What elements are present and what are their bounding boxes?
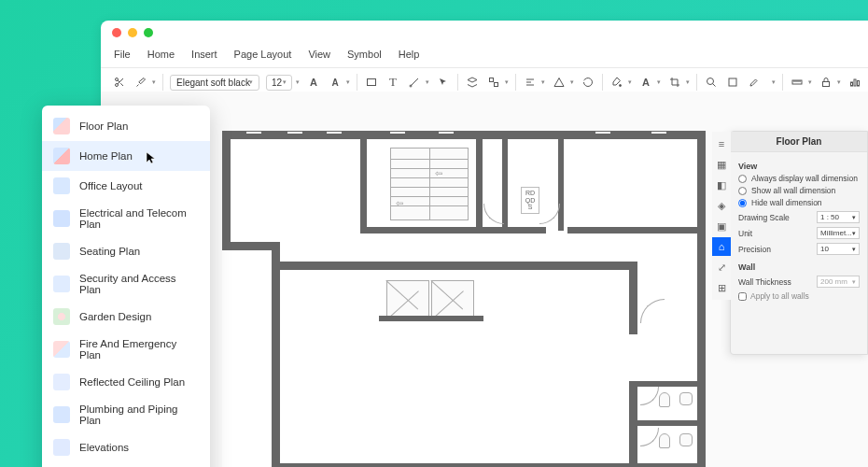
chevron-down-icon[interactable]: ▾ (657, 78, 661, 86)
wall-thickness-select[interactable]: 200 mm▾ (817, 276, 860, 288)
checkbox-input[interactable] (738, 292, 747, 301)
menu-bar: File Home Insert Page Layout View Symbol… (101, 45, 868, 67)
close-window-button[interactable] (112, 28, 121, 37)
font-family-value: Elegant soft black (176, 78, 250, 88)
chevron-down-icon[interactable]: ▾ (541, 78, 545, 86)
rail-tab-page-icon[interactable]: ▣ (712, 217, 731, 235)
opt-show-all[interactable]: Show all wall dimension (738, 186, 860, 195)
svg-rect-8 (490, 78, 494, 82)
svg-point-1 (116, 84, 119, 87)
fill-color-icon[interactable] (609, 75, 624, 90)
menu-help[interactable]: Help (399, 49, 420, 60)
chevron-down-icon[interactable]: ▾ (346, 78, 350, 86)
plan-type-item-home-plan[interactable]: Home Plan (42, 141, 210, 171)
menu-home[interactable]: Home (147, 49, 175, 60)
opt-hide[interactable]: Hide wall dimension (738, 198, 860, 207)
menu-symbol[interactable]: Symbol (347, 49, 382, 60)
rail-tab-shapes-icon[interactable]: ◧ (712, 176, 731, 194)
precision-select[interactable]: 10▾ (817, 243, 860, 255)
minimize-window-button[interactable] (128, 28, 137, 37)
chart-icon[interactable] (847, 75, 862, 90)
plan-icon (53, 406, 70, 423)
chevron-down-icon[interactable]: ▾ (426, 78, 429, 86)
unit-select[interactable]: Millimet...▾ (817, 227, 860, 239)
rect-tool-icon[interactable] (364, 75, 379, 90)
menu-page-layout[interactable]: Page Layout (234, 49, 292, 60)
plan-type-item-fire-emergency[interactable]: Fire And Emergency Plan (42, 332, 210, 367)
radio-input[interactable] (738, 175, 747, 183)
text-tool-icon[interactable]: T (385, 75, 400, 90)
properties-panel: ≡ ▦ ◧ ◈ ▣ ⌂ ⤢ ⊞ Floor Plan View Always d… (730, 131, 868, 355)
fit-page-icon[interactable] (725, 75, 740, 90)
plan-type-label: Elevations (79, 442, 129, 453)
svg-rect-23 (851, 82, 853, 86)
plan-type-label: Electrical and Telecom Plan (79, 207, 199, 230)
plan-type-item-reflected-ceiling[interactable]: Reflected Ceiling Plan (42, 367, 210, 397)
chevron-down-icon[interactable]: ▾ (628, 78, 632, 86)
font-family-select[interactable]: Elegant soft black ▾ (170, 75, 259, 91)
rail-tab-fullscreen-icon[interactable]: ⤢ (712, 258, 731, 276)
svg-line-3 (120, 83, 123, 86)
rail-tab-menu-icon[interactable]: ≡ (712, 134, 731, 153)
plan-type-item-floor-plan[interactable]: Floor Plan (42, 111, 210, 141)
crop-icon[interactable] (667, 75, 682, 90)
drawing-scale-select[interactable]: 1 : 50▾ (817, 211, 860, 223)
menu-view[interactable]: View (308, 49, 330, 60)
plan-type-item-seating-plan[interactable]: Seating Plan (42, 236, 210, 266)
rail-tab-layers-icon[interactable]: ◈ (712, 196, 731, 215)
zoom-icon[interactable] (704, 75, 719, 90)
chevron-down-icon: ▾ (249, 78, 253, 86)
chevron-down-icon[interactable]: ▾ (152, 78, 156, 86)
increase-font-icon[interactable]: A (306, 75, 321, 90)
rail-tab-floorplan-icon[interactable]: ⌂ (712, 237, 731, 256)
menu-file[interactable]: File (114, 49, 131, 60)
radio-input[interactable] (738, 187, 747, 195)
cursor-pointer-icon (146, 151, 157, 167)
chevron-down-icon[interactable]: ▾ (570, 78, 574, 86)
plan-type-item-plumbing-piping[interactable]: Plumbing and Piping Plan (42, 397, 210, 432)
svg-rect-24 (854, 79, 856, 86)
highlight-icon[interactable] (747, 75, 762, 90)
cut-icon[interactable] (112, 75, 127, 90)
pointer-tool-icon[interactable] (436, 75, 451, 90)
lock-icon[interactable] (819, 75, 833, 90)
chevron-down-icon[interactable]: ▾ (296, 78, 300, 86)
font-size-select[interactable]: 12 ▾ (266, 75, 292, 91)
plan-type-item-garden-design[interactable]: Garden Design (42, 302, 210, 332)
connector-tool-icon[interactable] (407, 75, 422, 90)
layers-icon[interactable] (465, 75, 480, 90)
decrease-font-icon[interactable]: A (328, 75, 343, 90)
floor-plan-drawing[interactable]: ⇦ ⇦ RD QD S (222, 131, 706, 467)
svg-rect-9 (495, 83, 498, 87)
align-icon[interactable] (523, 75, 538, 90)
rail-tab-settings-icon[interactable]: ⊞ (712, 278, 731, 297)
plan-icon (53, 308, 70, 325)
room-label: RD QD S (521, 187, 539, 214)
plan-type-item-office-layout[interactable]: Office Layout (42, 171, 210, 201)
window-titlebar (101, 21, 868, 45)
plan-type-item-electrical-telecom[interactable]: Electrical and Telecom Plan (42, 201, 210, 236)
ruler-icon[interactable] (790, 75, 805, 90)
chevron-down-icon[interactable]: ▾ (837, 78, 841, 86)
warning-icon[interactable] (552, 75, 567, 90)
plan-type-item-wardrobe[interactable]: Wardrobe (42, 462, 210, 467)
refresh-icon[interactable] (581, 75, 595, 90)
chevron-down-icon[interactable]: ▾ (686, 78, 690, 86)
plan-type-label: Reflected Ceiling Plan (79, 376, 185, 388)
maximize-window-button[interactable] (144, 28, 153, 37)
plan-type-item-elevations[interactable]: Elevations (42, 432, 210, 462)
text-color-icon[interactable]: A (638, 75, 653, 90)
opt-always-display[interactable]: Always display wall dimension (738, 174, 860, 183)
radio-input[interactable] (738, 199, 747, 207)
menu-insert[interactable]: Insert (191, 49, 217, 60)
plan-type-item-security-access[interactable]: Security and Access Plan (42, 266, 210, 302)
chevron-down-icon[interactable]: ▾ (808, 78, 812, 86)
group-icon[interactable] (486, 75, 501, 90)
precision-label: Precision (738, 245, 771, 254)
plan-type-label: Office Layout (79, 180, 143, 191)
rail-tab-grid-icon[interactable]: ▦ (712, 155, 731, 174)
paintbrush-icon[interactable] (133, 75, 148, 90)
chevron-down-icon[interactable]: ▾ (772, 78, 776, 86)
apply-all-walls-checkbox[interactable]: Apply to all walls (738, 291, 860, 301)
chevron-down-icon[interactable]: ▾ (505, 78, 509, 86)
